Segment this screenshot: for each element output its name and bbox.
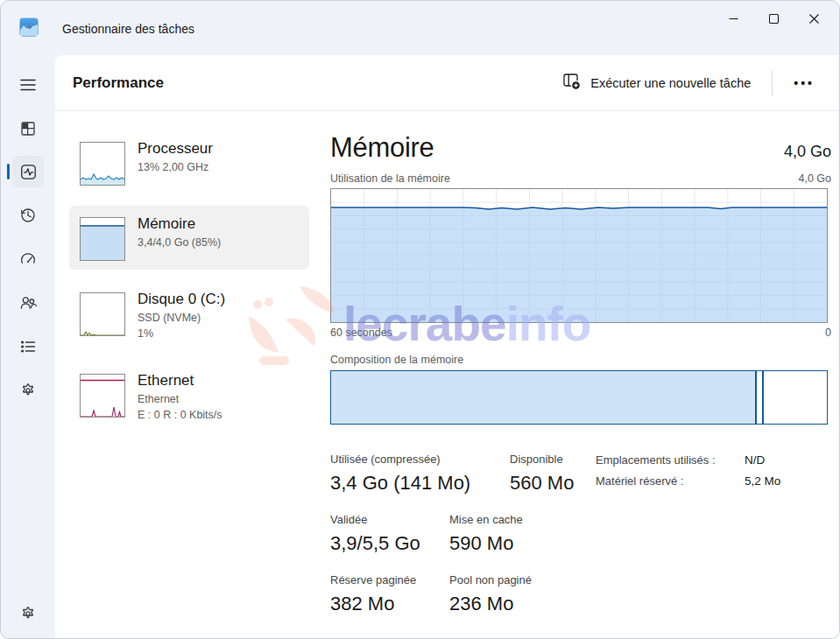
run-new-task-label: Exécuter une nouvelle tâche	[590, 76, 751, 90]
perf-item-ethernet[interactable]: Ethernet Ethernet E : 0 R : 0 Kbits/s	[69, 362, 309, 432]
sidebar-item-startup-apps[interactable]	[12, 243, 44, 275]
sidebar-item-processes[interactable]	[12, 113, 44, 144]
usage-chart-scale: 4,0 Go	[798, 172, 831, 185]
sidebar-item-users[interactable]	[12, 287, 44, 319]
close-button[interactable]	[794, 4, 834, 32]
memory-detail-pane: Mémoire 4,0 Go Utilisation de la mémoire…	[330, 130, 831, 634]
memory-mini-chart	[80, 217, 125, 261]
performance-list: Processeur 13% 2,00 GHz Mémoire 3,4/4,0 …	[69, 130, 309, 634]
perf-item-cpu[interactable]: Processeur 13% 2,00 GHz	[69, 130, 309, 194]
sidebar-item-details[interactable]	[12, 331, 44, 362]
perf-item-title: Ethernet	[138, 371, 222, 390]
stat-cached: Mise en cache 590 Mo	[449, 513, 523, 555]
stat-nonpaged-pool: Pool non paginé 236 Mo	[449, 573, 532, 615]
menu-icon[interactable]	[12, 69, 44, 101]
stat-committed: Validée 3,9/5,5 Go	[330, 513, 449, 555]
perf-item-memory[interactable]: Mémoire 3,4/4,0 Go (85%)	[69, 206, 309, 270]
perf-item-title: Mémoire	[138, 214, 221, 233]
sidebar-item-performance[interactable]	[12, 156, 44, 187]
composition-in-use-segment	[331, 371, 757, 424]
more-options-button[interactable]: •••	[781, 69, 827, 97]
maximize-button[interactable]	[753, 4, 794, 32]
composition-free-segment	[764, 371, 827, 424]
perf-item-title: Disque 0 (C:)	[138, 290, 225, 308]
perf-item-sub2: 1%	[138, 326, 225, 341]
perf-item-sub: 13% 2,00 GHz	[138, 159, 213, 175]
header-separator	[772, 71, 773, 95]
memory-total: 4,0 Go	[784, 143, 831, 161]
stat-slots-value: N/D	[745, 453, 765, 467]
new-task-icon	[562, 72, 582, 94]
memory-stats: Utilisée (compressée) 3,4 Go (141 Mo) Di…	[330, 453, 831, 615]
memory-composition-bar	[330, 370, 828, 425]
memory-usage-chart	[330, 188, 828, 323]
task-manager-window: Gestionnaire des tâches	[0, 0, 840, 639]
axis-right-label: 0	[825, 327, 831, 339]
sidebar-item-services[interactable]	[12, 375, 44, 406]
selected-accent-pill	[7, 164, 10, 179]
perf-item-disk[interactable]: Disque 0 (C:) SSD (NVMe) 1%	[69, 281, 309, 351]
memory-title: Mémoire	[330, 132, 434, 164]
nav-rail	[1, 55, 55, 638]
run-new-task-button[interactable]: Exécuter une nouvelle tâche	[554, 65, 759, 101]
perf-item-sub: Ethernet	[138, 391, 222, 407]
perf-item-title: Processeur	[138, 139, 213, 158]
usage-chart-label: Utilisation de la mémoire	[330, 172, 450, 185]
stat-used: Utilisée (compressée) 3,4 Go (141 Mo)	[330, 453, 510, 495]
stat-available: Disponible 560 Mo	[510, 453, 596, 495]
perf-item-sub: SSD (NVMe)	[138, 310, 225, 326]
ethernet-mini-chart	[80, 374, 125, 418]
stat-slots-label: Emplacements utilisés :	[596, 453, 745, 467]
axis-left-label: 60 secondes	[330, 327, 392, 339]
page-title: Performance	[73, 74, 164, 92]
composition-label: Composition de la mémoire	[330, 354, 831, 366]
stat-hw-label: Matériel réservé :	[596, 474, 745, 488]
perf-item-sub2: E : 0 R : 0 Kbits/s	[138, 407, 222, 423]
window-controls	[713, 4, 834, 32]
titlebar[interactable]: Gestionnaire des tâches	[1, 1, 839, 55]
main-card: Performance Exécuter une nouvelle tâche …	[55, 55, 839, 638]
minimize-button[interactable]	[713, 4, 753, 32]
stat-hw-value: 5,2 Mo	[745, 474, 780, 488]
cpu-mini-chart	[80, 142, 125, 186]
perf-item-sub: 3,4/4,0 Go (85%)	[138, 235, 221, 250]
stat-paged-pool: Réserve paginée 382 Mo	[330, 573, 449, 615]
window-title: Gestionnaire des tâches	[62, 22, 194, 36]
settings-icon[interactable]	[12, 598, 44, 629]
sidebar-item-app-history[interactable]	[12, 200, 44, 231]
app-icon	[19, 18, 39, 37]
disk-mini-chart	[80, 292, 125, 336]
stat-side-table: Emplacements utilisés : N/D Matériel rés…	[596, 453, 780, 488]
card-header: Performance Exécuter une nouvelle tâche …	[55, 55, 839, 111]
